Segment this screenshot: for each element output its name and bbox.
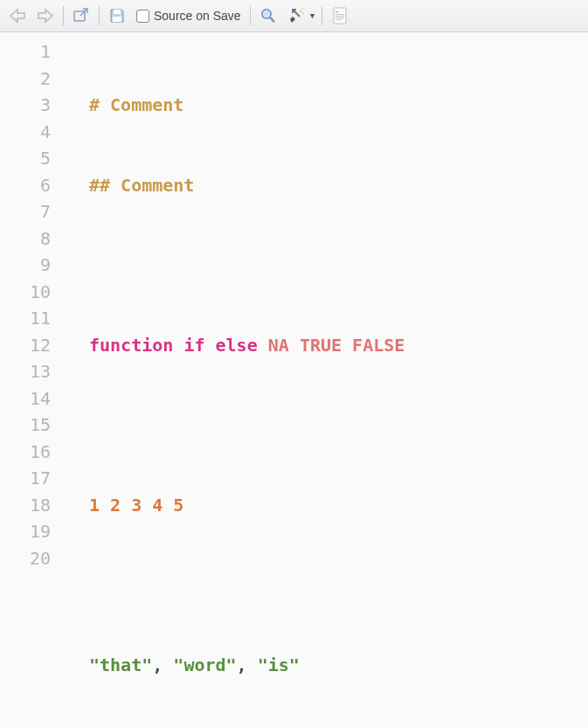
code-tools-dropdown-icon[interactable]: ▼ <box>310 11 315 20</box>
line-number: 8 <box>0 225 70 253</box>
line-number: 3 <box>0 92 70 119</box>
line-number: 5 <box>0 145 70 172</box>
line-number: 11 <box>0 305 70 332</box>
comment-token: # Comment <box>89 92 183 119</box>
line-number: 7 <box>0 198 70 225</box>
line-number-gutter: 1 2 3 4 5 6 7 8 9 10 11 12 13 14 15 16 1… <box>0 32 70 727</box>
code-line[interactable]: "that", "word", "is" <box>70 652 588 679</box>
svg-rect-14 <box>336 19 342 20</box>
svg-rect-12 <box>336 16 344 17</box>
line-number: 14 <box>0 385 70 412</box>
line-number: 2 <box>0 66 70 93</box>
report-button[interactable] <box>328 4 352 27</box>
svg-point-5 <box>264 11 269 17</box>
save-button[interactable] <box>105 4 129 27</box>
toolbar-divider <box>322 6 322 25</box>
constant-token: NA <box>268 332 289 359</box>
svg-point-8 <box>302 12 304 14</box>
code-line[interactable] <box>70 252 588 279</box>
svg-rect-10 <box>336 11 338 12</box>
code-line[interactable] <box>70 412 588 439</box>
line-number: 9 <box>0 252 70 279</box>
line-number: 15 <box>0 412 70 439</box>
svg-line-4 <box>270 17 274 22</box>
toolbar-divider <box>99 6 100 25</box>
line-number: 13 <box>0 358 70 385</box>
source-on-save-label: Source on Save <box>154 9 241 23</box>
line-number: 19 <box>0 518 70 545</box>
comment-token: ## Comment <box>89 172 194 199</box>
editor-toolbar: Source on Save ▼ <box>0 0 588 32</box>
toolbar-divider <box>250 6 251 25</box>
svg-rect-11 <box>336 14 344 15</box>
line-number: 4 <box>0 119 70 146</box>
line-number: 17 <box>0 465 70 492</box>
show-in-new-window-button[interactable] <box>69 4 93 27</box>
back-button[interactable] <box>5 4 30 27</box>
string-token: "is" <box>258 652 300 679</box>
toolbar-divider <box>63 6 64 25</box>
svg-point-7 <box>301 8 303 10</box>
source-on-save-checkbox[interactable]: Source on Save <box>133 9 245 23</box>
line-number: 20 <box>0 545 70 572</box>
keyword-token: function <box>89 332 173 359</box>
code-content[interactable]: # Comment ## Comment function if else NA… <box>70 32 588 727</box>
code-tools-button[interactable] <box>284 4 308 27</box>
line-number: 16 <box>0 439 70 466</box>
find-button[interactable] <box>256 4 280 27</box>
checkbox-box[interactable] <box>136 10 149 23</box>
line-number: 1 <box>0 38 70 66</box>
svg-rect-13 <box>336 17 344 18</box>
code-line[interactable]: # Comment <box>70 92 588 119</box>
line-number: 10 <box>0 279 70 306</box>
constant-token: FALSE <box>352 332 405 359</box>
code-line[interactable]: 1 2 3 4 5 <box>70 492 588 519</box>
svg-rect-1 <box>114 10 121 14</box>
keyword-token: else <box>216 332 258 359</box>
constant-token: TRUE <box>300 332 342 359</box>
line-number: 18 <box>0 492 70 519</box>
code-line[interactable] <box>70 571 588 599</box>
svg-rect-2 <box>113 17 121 22</box>
string-token: "word" <box>173 652 236 679</box>
line-number: 6 <box>0 172 70 199</box>
forward-button[interactable] <box>33 4 58 27</box>
editor-area[interactable]: 1 2 3 4 5 6 7 8 9 10 11 12 13 14 15 16 1… <box>0 32 588 727</box>
string-token: "that" <box>89 652 152 679</box>
code-line[interactable]: ## Comment <box>70 172 588 199</box>
code-line[interactable]: function if else NA TRUE FALSE <box>70 332 588 359</box>
number-token: 1 2 3 4 5 <box>89 492 183 519</box>
svg-point-6 <box>300 10 301 12</box>
keyword-token: if <box>183 332 204 359</box>
line-number: 12 <box>0 332 70 359</box>
